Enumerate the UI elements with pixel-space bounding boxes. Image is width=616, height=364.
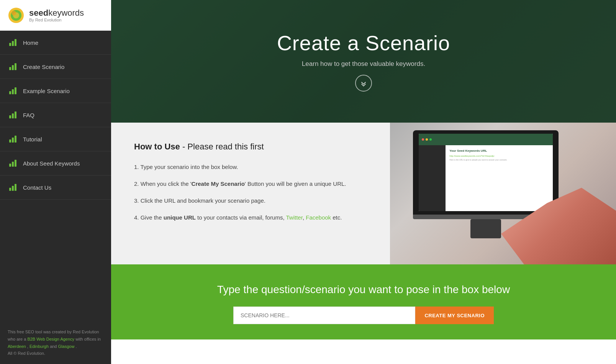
step-3-num: 3.: [134, 197, 141, 204]
bar-chart-icon: [9, 111, 18, 118]
how-title-bold: How to Use: [134, 142, 180, 151]
cta-form: CREATE MY SCENARIO: [233, 307, 494, 324]
step-1-num: 1.: [134, 164, 140, 170]
create-my-scenario-button[interactable]: CREATE MY SCENARIO: [415, 307, 494, 324]
cta-section: Type the question/scenario you want to p…: [111, 264, 616, 339]
step-2-bold: Create My Scenario: [192, 180, 245, 187]
laptop-trackpad: [470, 219, 501, 238]
footer-link-glasgow[interactable]: Glasgow: [58, 344, 75, 349]
logo-light: keywords: [48, 8, 84, 18]
screen-url-text: http://www.seedkeywords.com/?id=6tsqwdjz: [449, 155, 549, 157]
sidebar-item-home[interactable]: Home: [0, 31, 111, 55]
bar-chart-icon: [9, 160, 18, 167]
bar-chart-icon: [9, 39, 18, 46]
nav-label-create-scenario: Create Scenario: [23, 64, 64, 70]
step-4-end: etc.: [331, 214, 342, 221]
scenario-input[interactable]: [233, 307, 415, 324]
how-title-rest: - Please read this first: [180, 142, 264, 151]
cta-title: Type the question/scenario you want to p…: [217, 284, 510, 296]
bar-chart-icon: [9, 136, 18, 143]
bar-chart-icon: [9, 184, 18, 191]
logo-sub: By Red Evolution: [29, 18, 84, 22]
footer-link-aberdeen[interactable]: Aberdeen: [8, 344, 26, 349]
step-3-text: Click the URL and bookmark your scenario…: [141, 197, 265, 204]
step-4-sep: ,: [303, 214, 306, 221]
laptop-screen: Your Seed Keywords URL http://www.seedke…: [413, 130, 559, 215]
laptop-image-inner: Your Seed Keywords URL http://www.seedke…: [390, 123, 616, 264]
sidebar-footer: This free SEO tool was created by Red Ev…: [0, 321, 111, 364]
step-1: 1. Type your scenario into the box below…: [134, 162, 367, 172]
footer-text3: and: [50, 344, 58, 349]
logo-bold: seed: [29, 8, 48, 18]
step-4-bold: unique URL: [164, 214, 196, 221]
hero-subtitle: Learn how to get those valuable keywords…: [302, 60, 425, 68]
nav-label-faq: FAQ: [23, 112, 34, 118]
hero-section: Create a Scenario Learn how to get those…: [111, 0, 616, 123]
footer-link-b2b[interactable]: B2B Web Design Agency: [27, 337, 74, 341]
screen-dot-red: [422, 138, 424, 141]
step-2: 2. When you click the 'Create My Scenari…: [134, 179, 367, 189]
how-steps-list: 1. Type your scenario into the box below…: [134, 162, 367, 222]
step-2-num: 2.: [134, 180, 141, 187]
nav-label-contact-us: Contact Us: [23, 184, 51, 191]
hero-content: Create a Scenario Learn how to get those…: [277, 31, 450, 92]
how-to-use-section: How to Use - Please read this first 1. T…: [111, 123, 616, 264]
how-to-use-content: How to Use - Please read this first 1. T…: [111, 123, 390, 264]
step-2-before: When you click the ': [141, 180, 192, 187]
sidebar-item-about-seed-keywords[interactable]: About Seed Keywords: [0, 151, 111, 175]
main-content: Create a Scenario Learn how to get those…: [111, 0, 616, 364]
footer-text2: with offices in: [75, 337, 101, 341]
step-4-facebook-link[interactable]: Facebook: [306, 214, 331, 221]
sidebar-item-tutorial[interactable]: Tutorial: [0, 127, 111, 151]
sidebar-item-contact-us[interactable]: Contact Us: [0, 175, 111, 200]
step-4-before: Give the: [141, 214, 164, 221]
screen-desc-text: Here is the URL to give to people you wa…: [449, 159, 549, 161]
nav-label-home: Home: [23, 39, 38, 46]
sidebar-item-create-scenario[interactable]: Create Scenario: [0, 55, 111, 79]
nav-label-tutorial: Tutorial: [23, 136, 42, 143]
logo-brand: seedkeywords: [29, 8, 84, 18]
scroll-down-button[interactable]: [355, 75, 372, 92]
screen-dot-yellow: [426, 138, 428, 141]
bar-chart-icon: [9, 63, 18, 70]
step-4-after: to your contacts via email, forums,: [196, 214, 286, 221]
footer-link-edinburgh[interactable]: Edinburgh: [29, 344, 49, 349]
footer-copyright: All © Red Evolution.: [8, 351, 45, 356]
step-4: 4. Give the unique URL to your contacts …: [134, 213, 367, 222]
footer-text4: .: [75, 344, 77, 349]
step-3: 3. Click the URL and bookmark your scena…: [134, 196, 367, 205]
nav-items: Home Create Scenario Example Scenario FA…: [0, 31, 111, 321]
screen-title-text: Your Seed Keywords URL: [449, 149, 549, 152]
step-2-after: ' Button you will be given a unique URL.: [245, 180, 346, 187]
step-4-num: 4.: [134, 214, 141, 221]
screen-sidebar-mock: [419, 145, 446, 211]
screen-main-content: Your Seed Keywords URL http://www.seedke…: [446, 145, 553, 211]
nav-label-example-scenario: Example Scenario: [23, 88, 70, 94]
sidebar: seedkeywords By Red Evolution Home Creat…: [0, 0, 111, 364]
sidebar-item-example-scenario[interactable]: Example Scenario: [0, 79, 111, 103]
step-1-text: Type your scenario into the box below.: [140, 164, 238, 170]
screen-header: [419, 134, 553, 145]
laptop-image-panel: Your Seed Keywords URL http://www.seedke…: [390, 123, 616, 264]
screen-dot-green: [429, 138, 432, 141]
logo-text-area: seedkeywords By Red Evolution: [29, 8, 84, 22]
logo-area: seedkeywords By Red Evolution: [0, 0, 111, 31]
sidebar-item-faq[interactable]: FAQ: [0, 103, 111, 127]
laptop-screen-content: Your Seed Keywords URL http://www.seedke…: [419, 134, 553, 211]
hero-title: Create a Scenario: [277, 31, 450, 55]
nav-label-about-seed-keywords: About Seed Keywords: [23, 160, 80, 167]
svg-point-3: [11, 11, 16, 15]
bar-chart-icon: [9, 87, 18, 94]
step-4-twitter-link[interactable]: Twitter: [286, 214, 303, 221]
how-to-use-title: How to Use - Please read this first: [134, 142, 367, 152]
logo-icon: [8, 7, 25, 24]
